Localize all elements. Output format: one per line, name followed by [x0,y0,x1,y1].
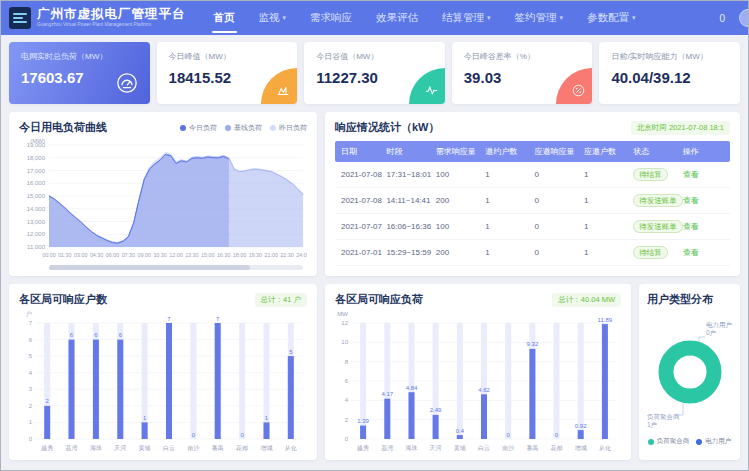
app-title: 广州市虚拟电厂管理平台 [37,8,186,22]
table-header-row: 日期时段需求响应量邀约户数应邀响应量应邀户数状态操作 [335,141,730,162]
svg-text:13:30: 13:30 [185,252,199,258]
response-stats-title: 响应情况统计（kW） [335,120,440,135]
table-cell: 200 [434,188,483,214]
table-cell: 1 [483,188,532,214]
table-row: 2021-07-0814:11~14:41200101待发送账单查看 [335,188,730,214]
district-load-chart: MW0246810121.39越秀4.17荔湾4.84海珠2.49天河0.4黄埔… [335,309,621,453]
table-cell: 1 [582,188,631,214]
view-link[interactable]: 查看 [683,196,699,205]
nav-item-monitor[interactable]: 监视▾ [247,1,299,35]
svg-text:07:30: 07:30 [122,252,136,258]
district-households-chart: 户012345672越秀6荔湾6海珠6天河1黄埔7白云0南沙7番禺0花都1增城5… [19,309,307,453]
svg-text:1: 1 [29,419,33,425]
nav-item-label: 需求响应 [310,11,352,25]
svg-text:7: 7 [29,320,33,326]
user-type-donut: 电力用户 0户 负荷聚合商 1户 [647,311,732,429]
view-link[interactable]: 查看 [683,248,699,257]
logo: 广州市虚拟电厂管理平台 Guangzhou Virtual Power Plan… [37,8,186,27]
svg-text:11,000: 11,000 [27,244,46,250]
status-badge: 待结算 [633,246,668,259]
nav-item-demand-response[interactable]: 需求响应 [298,1,364,35]
svg-text:15,000: 15,000 [27,193,46,199]
nav-item-home[interactable]: 首页 [202,1,247,35]
legend-dot-icon [225,125,231,131]
svg-text:19,000: 19,000 [27,142,46,148]
table-cell: 1 [483,162,532,188]
notification-count[interactable]: 0 [719,13,725,24]
svg-text:9.32: 9.32 [527,341,539,347]
dashboard: 电网实时总负荷（MW） 17603.67 今日峰值（MW） 18415.52 今… [1,35,748,467]
logo-icon [9,7,31,29]
table-row: 2021-07-0115:29~15:59200101待结算查看 [335,240,730,266]
nav-item-contract[interactable]: 签约管理▾ [503,1,576,35]
svg-text:增城: 增城 [575,445,587,452]
svg-text:白云: 白云 [478,445,490,452]
table-cell: 100 [434,214,483,240]
legend-label: 今日负荷 [189,123,217,133]
svg-text:4.84: 4.84 [406,385,418,391]
table-cell: 100 [434,162,483,188]
legend-item[interactable]: 基线负荷 [225,123,262,133]
svg-text:6: 6 [345,378,349,384]
table-header-cell: 操作 [681,141,730,162]
svg-text:24:00: 24:00 [296,252,307,258]
district-households-panel: 各区局可响应户数 总计：41 户 户012345672越秀6荔湾6海珠6天河1黄… [9,284,317,460]
legend-item[interactable]: 昨日负荷 [270,123,307,133]
avatar[interactable] [739,9,748,27]
svg-text:16:30: 16:30 [217,252,231,258]
svg-text:番禺: 番禺 [526,444,538,452]
top-nav: 广州市虚拟电厂管理平台 Guangzhou Virtual Power Plan… [1,1,748,35]
donut-ring [657,339,723,405]
svg-text:4.17: 4.17 [381,391,393,397]
legend-dot-icon [270,125,276,131]
chevron-down-icon: ▾ [487,14,491,22]
table-header-cell: 日期 [335,141,384,162]
svg-text:荔湾: 荔湾 [381,444,393,452]
table-cell: 2021-07-08 [335,188,384,214]
svg-text:2: 2 [29,403,33,409]
nav-item-settlement[interactable]: 结算管理▾ [430,1,503,35]
legend-item[interactable]: 负荷聚合商 [648,437,690,446]
view-link[interactable]: 查看 [683,170,699,179]
nav-item-parameters[interactable]: 参数配置▾ [575,1,648,35]
table-cell: 1 [483,240,532,266]
chart-zoom-scrollbar[interactable] [49,265,303,270]
svg-text:11.89: 11.89 [598,317,613,323]
nav-item-effect-evaluation[interactable]: 效果评估 [364,1,430,35]
table-cell: 0 [533,214,582,240]
table-cell: 17:31~18:01 [384,162,433,188]
table-cell: 2021-07-07 [335,214,384,240]
svg-text:09:00: 09:00 [138,252,152,258]
svg-text:7: 7 [216,316,220,322]
legend-label: 电力用户 [705,437,731,446]
svg-text:越秀: 越秀 [357,444,369,452]
svg-text:10:30: 10:30 [153,252,167,258]
legend-item[interactable]: 今日负荷 [180,123,217,133]
table-header-cell: 应邀户数 [582,141,631,162]
svg-text:0: 0 [29,436,33,442]
svg-text:天河: 天河 [430,445,442,451]
svg-text:18:00: 18:00 [233,252,247,258]
table-cell: 2021-07-08 [335,162,384,188]
view-link[interactable]: 查看 [683,222,699,231]
table-cell: 14:11~14:41 [384,188,433,214]
district-load-title: 各区局可响应负荷 [335,292,423,307]
status-badge: 待发送账单 [633,194,683,207]
legend-label: 负荷聚合商 [657,437,690,446]
svg-text:海珠: 海珠 [406,445,418,451]
status-badge: 待结算 [633,168,668,181]
table-cell: 0 [533,188,582,214]
legend-item[interactable]: 电力用户 [696,437,731,446]
svg-text:从化: 从化 [285,445,297,452]
svg-text:3: 3 [29,386,33,392]
user-type-panel: 用户类型分布 电力用户 0户 负荷聚合商 1户 [639,284,740,460]
svg-text:00:00: 00:00 [42,252,56,258]
svg-text:10: 10 [341,339,348,345]
user-type-legend: 负荷聚合商电力用户 [647,437,732,446]
svg-text:21:00: 21:00 [265,252,279,258]
chart-zoom-handle[interactable] [49,265,250,270]
table-cell: 1 [582,162,631,188]
kpi-label: 日前/实时响应能力（MW） [611,51,728,62]
kpi-label: 今日峰谷差率（%） [464,51,581,62]
legend-label: 昨日负荷 [279,123,307,133]
